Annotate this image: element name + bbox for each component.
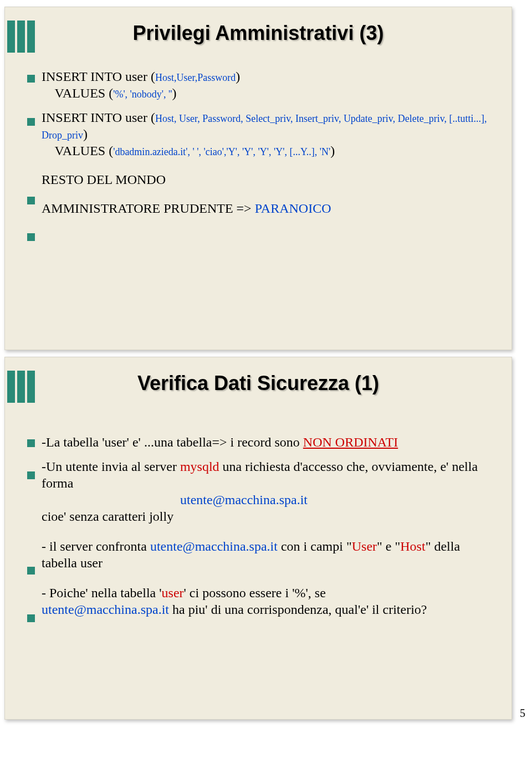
text: -Un utente invia al server [42,459,180,474]
text-line: AMMINISTRATORE PRUDENTE => PARANOICO [42,200,496,217]
page-number: 5 [520,707,525,720]
slide-2: Verifica Dati Sicurezza (1) -La tabella … [4,357,512,720]
slide-1: Privilegi Amministrativi (3) INSERT INTO… [4,7,512,350]
text: ) [236,69,240,84]
text: PARANOICO [255,201,331,216]
text: 'dbadmin.azieda.it', ' ', 'ciao','Y', 'Y… [113,146,330,157]
paragraph-3: - il server confronta utente@macchina.sp… [42,538,496,571]
text: ' ci possono essere i '%', se [184,586,326,600]
text: -La tabella 'user' e' ...una tabella=> i… [42,435,303,449]
text: utente@macchina.spa.it [180,493,308,507]
text: User [352,539,377,553]
text: VALUES ( [55,86,114,100]
slide-title: Verifica Dati Sicurezza (1) [5,372,511,395]
text: ha piu' di una corrispondenza, qual'e' i… [169,602,427,617]
text: mysqld [180,459,219,474]
sql-insert-2: INSERT INTO user (Host, User, Password, … [42,109,496,159]
text: ) [172,86,177,100]
text: Host [400,539,425,553]
text: - il server confronta [42,539,150,553]
bullet-icon [27,233,35,241]
text: INSERT INTO user ( [42,110,155,125]
paragraph-4: - Poiche' nella tabella 'user' ci posson… [42,584,496,618]
text: ) [83,127,88,141]
sql-insert-1: INSERT INTO user (Host,User,Password) VA… [42,68,496,101]
text: utente@macchina.spa.it [42,602,169,617]
slide-body: -La tabella 'user' e' ...una tabella=> i… [42,434,496,625]
bullet-icon [27,471,35,479]
bullet-icon [27,75,35,83]
text: con i campi " [278,539,352,553]
text: INSERT INTO user ( [42,69,155,84]
text: '%', 'nobody', '' [113,89,172,100]
bullet-icon [27,567,35,575]
text: Host,User,Password [155,72,236,83]
text: user [162,586,184,600]
text: - Poiche' nella tabella ' [42,586,162,600]
slide-body: INSERT INTO user (Host,User,Password) VA… [42,68,496,224]
text-line: RESTO DEL MONDO [42,171,496,188]
text: NON ORDINATI [303,435,398,449]
text: utente@macchina.spa.it [150,539,278,553]
bullet-icon [27,614,35,622]
bullet-icon [27,439,35,447]
text: ) [330,143,335,158]
text: cioe' senza caratteri jolly [42,509,173,524]
text: AMMINISTRATORE PRUDENTE => [42,201,255,216]
text: RESTO DEL MONDO [42,172,166,187]
paragraph-1: -La tabella 'user' e' ...una tabella=> i… [42,434,496,450]
slide-title: Privilegi Amministrativi (3) [5,22,511,45]
text: VALUES ( [55,143,114,158]
text: " e " [377,539,400,553]
title-bar: Privilegi Amministrativi (3) [5,17,511,55]
paragraph-2: -Un utente invia al server mysqld una ri… [42,458,496,525]
bullet-icon [27,197,35,204]
title-bar: Verifica Dati Sicurezza (1) [5,367,511,405]
bullet-icon [27,118,35,126]
